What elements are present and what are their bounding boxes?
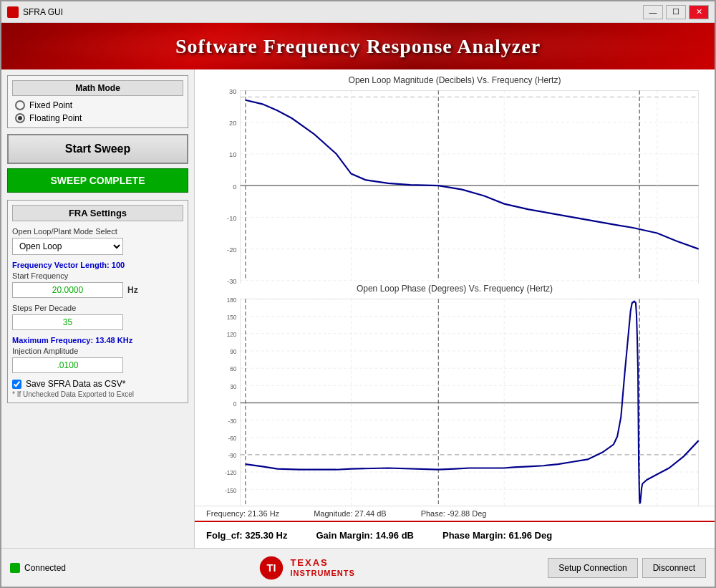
floating-point-label: Floating Point bbox=[29, 113, 82, 123]
disconnect-button[interactable]: Disconnect bbox=[642, 558, 706, 578]
phase-chart-title: Open Loop Phase (Degrees) Vs. Frequency … bbox=[203, 284, 706, 294]
svg-text:-120: -120 bbox=[225, 470, 237, 477]
cursor-magnitude: Magnitude: 27.44 dB bbox=[311, 508, 390, 519]
phase-chart-container: Open Loop Phase (Degrees) Vs. Frequency … bbox=[203, 284, 706, 506]
svg-text:30: 30 bbox=[229, 87, 236, 95]
magnitude-chart-container: Open Loop Magnitude (Decibels) Vs. Frequ… bbox=[203, 75, 706, 281]
cursor-bar: Frequency: 21.36 Hz Magnitude: 27.44 dB … bbox=[195, 506, 715, 521]
folg-cf: Folg_cf: 325.30 Hz bbox=[206, 530, 287, 541]
footer-buttons: Setup Connection Disconnect bbox=[548, 558, 706, 578]
steps-input[interactable] bbox=[12, 314, 123, 330]
save-csv-label: Save SFRA Data as CSV* bbox=[26, 379, 125, 389]
status-bar: Folg_cf: 325.30 Hz Gain Margin: 14.96 dB… bbox=[195, 521, 715, 548]
start-freq-unit: Hz bbox=[127, 285, 138, 295]
svg-text:-180: -180 bbox=[225, 505, 237, 506]
injection-amp-row bbox=[12, 357, 183, 373]
svg-text:120: 120 bbox=[227, 331, 237, 338]
save-csv-checkbox[interactable] bbox=[12, 380, 21, 389]
gain-margin: Gain Margin: 14.96 dB bbox=[316, 530, 414, 541]
fixed-point-radio-btn[interactable] bbox=[15, 100, 25, 110]
injection-amp-input[interactable] bbox=[12, 357, 123, 373]
magnitude-chart-title: Open Loop Magnitude (Decibels) Vs. Frequ… bbox=[203, 75, 706, 85]
svg-text:60: 60 bbox=[230, 366, 236, 373]
svg-text:-30: -30 bbox=[228, 418, 237, 425]
floating-point-radio-btn[interactable] bbox=[15, 113, 25, 123]
footer: Connected TI TEXAS INSTRUMENTS Setup Con… bbox=[1, 548, 715, 587]
steps-label: Steps Per Decade bbox=[12, 304, 183, 312]
left-panel: Math Mode Fixed Point Floating Point Sta… bbox=[1, 69, 195, 548]
svg-text:0: 0 bbox=[233, 182, 236, 190]
math-mode-radio-group: Fixed Point Floating Point bbox=[12, 100, 183, 123]
fixed-point-label: Fixed Point bbox=[29, 100, 72, 110]
ti-instruments: INSTRUMENTS bbox=[290, 569, 354, 577]
svg-rect-25 bbox=[241, 299, 699, 506]
ti-texas: TEXAS bbox=[290, 558, 354, 568]
main-window: SFRA GUI — ☐ ✕ Software Frequency Respon… bbox=[0, 0, 716, 588]
svg-text:90: 90 bbox=[230, 349, 236, 356]
title-bar: SFRA GUI — ☐ ✕ bbox=[1, 1, 715, 23]
right-panel: Open Loop Magnitude (Decibels) Vs. Frequ… bbox=[195, 69, 715, 548]
steps-row bbox=[12, 314, 183, 330]
window-title: SFRA GUI bbox=[23, 7, 643, 17]
start-freq-input[interactable] bbox=[12, 282, 123, 298]
freq-vector-label: Frequency Vector Length: 100 bbox=[12, 261, 183, 269]
setup-connection-button[interactable]: Setup Connection bbox=[548, 558, 637, 578]
cursor-phase: Phase: -92.88 Deg bbox=[418, 508, 490, 519]
svg-text:20: 20 bbox=[229, 119, 236, 127]
charts-area: Open Loop Magnitude (Decibels) Vs. Frequ… bbox=[195, 69, 715, 506]
svg-text:-150: -150 bbox=[225, 487, 237, 494]
max-freq-value: 13.48 KHz bbox=[95, 336, 132, 344]
window-controls: — ☐ ✕ bbox=[643, 5, 709, 19]
save-csv-row: Save SFRA Data as CSV* bbox=[12, 379, 183, 389]
max-freq-label: Maximum Frequency: 13.48 KHz bbox=[12, 336, 183, 344]
magnitude-chart: 30 20 10 0 -10 bbox=[203, 87, 706, 292]
svg-text:-90: -90 bbox=[228, 452, 237, 459]
footer-left: Connected bbox=[10, 563, 66, 573]
close-button[interactable]: ✕ bbox=[689, 5, 709, 19]
connected-indicator bbox=[10, 563, 20, 573]
main-content: Math Mode Fixed Point Floating Point Sta… bbox=[1, 69, 715, 548]
fra-settings-title: FRA Settings bbox=[12, 205, 183, 221]
start-sweep-button[interactable]: Start Sweep bbox=[7, 134, 188, 164]
app-title: Software Frequency Response Analyzer bbox=[175, 35, 541, 58]
cursor-frequency: Frequency: 21.36 Hz bbox=[203, 508, 282, 519]
floating-point-radio[interactable]: Floating Point bbox=[15, 113, 180, 123]
svg-text:10: 10 bbox=[229, 150, 236, 158]
app-icon bbox=[7, 6, 19, 18]
fra-settings-box: FRA Settings Open Loop/Plant Mode Select… bbox=[7, 200, 188, 403]
loop-mode-select[interactable]: Open Loop Plant Mode bbox=[12, 238, 123, 255]
app-header: Software Frequency Response Analyzer bbox=[1, 23, 715, 69]
svg-text:0: 0 bbox=[233, 400, 237, 408]
svg-text:180: 180 bbox=[227, 297, 237, 304]
freq-vector-value: 100 bbox=[112, 261, 125, 269]
ti-brand-text: TEXAS INSTRUMENTS bbox=[290, 558, 354, 577]
math-mode-title: Math Mode bbox=[12, 80, 183, 96]
phase-chart: 180 150 120 90 60 30 0 -3 bbox=[203, 295, 706, 506]
fixed-point-radio[interactable]: Fixed Point bbox=[15, 100, 180, 110]
svg-text:-10: -10 bbox=[227, 214, 236, 222]
start-freq-label: Start Frequency bbox=[12, 271, 183, 280]
minimize-button[interactable]: — bbox=[643, 5, 663, 19]
svg-rect-0 bbox=[241, 91, 699, 285]
start-freq-row: Hz bbox=[12, 282, 183, 298]
csv-note: * If Unchecked Data Exported to Excel bbox=[12, 390, 183, 398]
connected-label: Connected bbox=[24, 563, 66, 573]
svg-text:150: 150 bbox=[227, 314, 237, 321]
svg-text:-60: -60 bbox=[228, 435, 237, 442]
svg-text:30: 30 bbox=[230, 383, 236, 390]
phase-margin: Phase Margin: 61.96 Deg bbox=[442, 530, 552, 541]
ti-logo-icon: TI bbox=[258, 555, 284, 581]
loop-mode-label: Open Loop/Plant Mode Select bbox=[12, 227, 183, 236]
ti-logo: TI TEXAS INSTRUMENTS bbox=[258, 555, 354, 581]
math-mode-box: Math Mode Fixed Point Floating Point bbox=[7, 75, 188, 128]
maximize-button[interactable]: ☐ bbox=[666, 5, 686, 19]
sweep-complete-status: SWEEP COMPLETE bbox=[7, 168, 188, 193]
svg-text:TI: TI bbox=[267, 562, 276, 574]
injection-amp-label: Injection Amplitude bbox=[12, 347, 183, 355]
svg-text:-20: -20 bbox=[227, 246, 236, 254]
